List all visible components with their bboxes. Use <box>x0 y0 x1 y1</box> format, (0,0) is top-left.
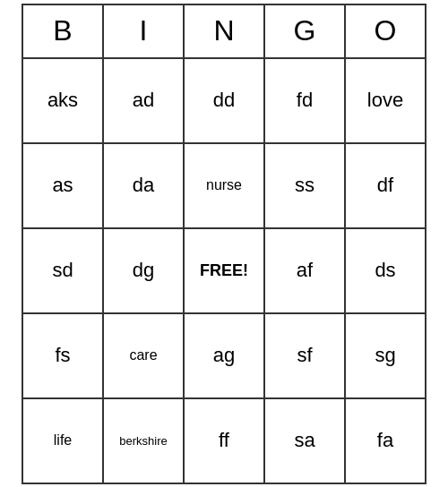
cell-2-4: ss <box>265 144 346 229</box>
cell-3-2: dg <box>104 229 185 314</box>
cell-3-1: sd <box>23 229 104 314</box>
header-g: G <box>265 5 346 59</box>
cell-4-5: sg <box>346 314 426 399</box>
bingo-row-4: fs care ag sf sg <box>23 314 426 399</box>
bingo-row-2: as da nurse ss df <box>23 144 426 229</box>
cell-5-3: ff <box>185 399 265 484</box>
cell-2-3: nurse <box>185 144 265 229</box>
cell-2-5: df <box>346 144 426 229</box>
header-o: O <box>346 5 426 59</box>
cell-5-1: life <box>23 399 104 484</box>
cell-3-4: af <box>265 229 346 314</box>
bingo-row-5: life berkshire ff sa fa <box>23 399 426 484</box>
cell-5-4: sa <box>265 399 346 484</box>
cell-4-2: care <box>104 314 185 399</box>
cell-5-5: fa <box>346 399 426 484</box>
header-i: I <box>104 5 185 59</box>
cell-5-2: berkshire <box>104 399 185 484</box>
cell-4-1: fs <box>23 314 104 399</box>
cell-1-4: fd <box>265 59 346 144</box>
cell-1-1: aks <box>23 59 104 144</box>
cell-4-3: ag <box>185 314 265 399</box>
cell-1-2: ad <box>104 59 185 144</box>
header-n: N <box>185 5 265 59</box>
cell-3-5: ds <box>346 229 426 314</box>
bingo-row-3: sd dg FREE! af ds <box>23 229 426 314</box>
cell-2-1: as <box>23 144 104 229</box>
cell-free: FREE! <box>185 229 265 314</box>
cell-2-2: da <box>104 144 185 229</box>
bingo-row-1: aks ad dd fd love <box>23 59 426 144</box>
cell-1-3: dd <box>185 59 265 144</box>
cell-4-4: sf <box>265 314 346 399</box>
header-row: B I N G O <box>23 5 426 59</box>
cell-1-5: love <box>346 59 426 144</box>
header-b: B <box>23 5 104 59</box>
bingo-card: B I N G O aks ad dd fd love as da nurse … <box>22 4 426 484</box>
